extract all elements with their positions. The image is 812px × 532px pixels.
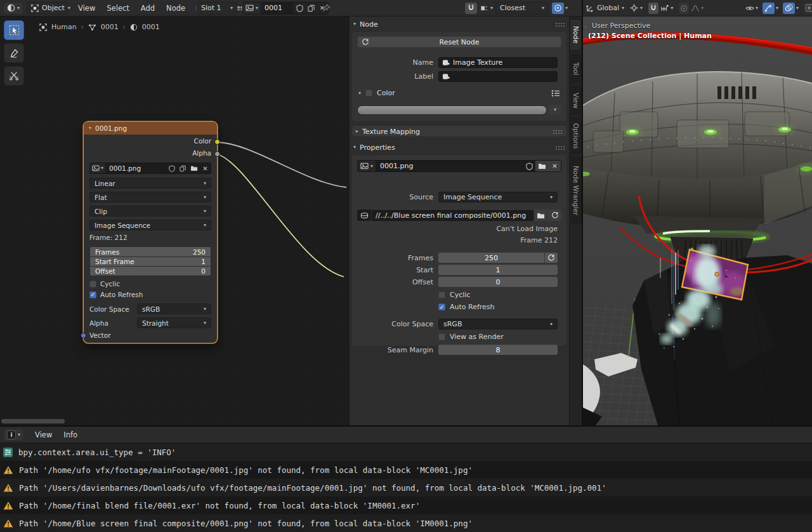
tab-node-wrangler[interactable]: Node Wrangler <box>570 157 582 223</box>
panel-grip-icon[interactable] <box>555 145 565 150</box>
extension-dropdown[interactable]: Clip▾ <box>89 206 211 216</box>
tab-view[interactable]: View <box>570 86 582 114</box>
open-image-button[interactable] <box>188 163 200 174</box>
auto-refresh-checkbox[interactable]: ✓ <box>438 303 445 310</box>
snap-with-button[interactable]: ▾ <box>479 2 494 15</box>
slot-dropdown[interactable]: Slot 1 ▾ <box>197 2 237 15</box>
color-checkbox[interactable] <box>365 90 372 96</box>
browse-file-button[interactable] <box>534 209 547 221</box>
offset-field[interactable]: 0 <box>438 277 558 287</box>
source-dropdown[interactable]: Image Sequence▾ <box>89 220 211 230</box>
fake-user-button[interactable] <box>294 3 305 14</box>
color-dropdown-button[interactable]: ▾ <box>549 105 561 115</box>
alpha-output-socket[interactable] <box>214 151 220 157</box>
open-image-button[interactable] <box>535 161 549 172</box>
menu-select[interactable]: Select <box>101 4 134 13</box>
falloff-curve-icon[interactable] <box>691 4 700 12</box>
fake-user-button[interactable] <box>523 161 535 172</box>
snap-toggle-button[interactable] <box>648 2 659 15</box>
menu-add[interactable]: Add <box>135 4 160 13</box>
filepath-icon-button[interactable] <box>357 209 371 221</box>
fake-user-button[interactable] <box>166 163 177 174</box>
offset-field[interactable]: Offset 0 <box>90 266 211 276</box>
match-movie-length-button[interactable] <box>545 253 558 263</box>
pin-icon[interactable] <box>322 4 331 12</box>
auto-refresh-checkbox[interactable]: ✓ <box>89 291 96 298</box>
log-row[interactable]: bpy.context.area.ui_type = 'INFO' <box>0 443 812 461</box>
image-name-field[interactable]: 0001 <box>261 4 294 12</box>
node-header[interactable]: ▾ 0001.png <box>84 122 217 135</box>
tab-tool[interactable]: Tool <box>570 55 582 83</box>
cyclic-checkbox[interactable] <box>89 281 96 288</box>
unlink-image-button[interactable]: ✕ <box>549 161 561 172</box>
texture-mode-dropdown[interactable]: Object ▾ <box>27 2 69 15</box>
log-row[interactable]: Path '/home/Blue screen final composite/… <box>0 514 812 532</box>
view-as-render-checkbox[interactable] <box>438 333 445 340</box>
color-space-dropdown[interactable]: sRGB ▾ <box>438 319 558 329</box>
orientation-dropdown[interactable]: Global ▾ <box>586 4 624 12</box>
menu-info[interactable]: Info <box>58 430 83 439</box>
panel-grip-icon[interactable] <box>553 130 563 134</box>
image-browse-button[interactable]: ▾ <box>358 161 376 171</box>
overlays-toggle-button[interactable] <box>783 3 795 14</box>
collapse-icon[interactable]: ▾ <box>89 126 91 131</box>
xray-toggle-button[interactable] <box>802 2 812 15</box>
proportional-edit-button[interactable] <box>552 3 564 14</box>
editor-type-button[interactable]: i ▾ <box>3 429 24 441</box>
node-editor-canvas[interactable]: Human › 0001 › 0001 ▾ 0001.png Color <box>0 17 582 425</box>
horizontal-scrollbar[interactable] <box>1 419 65 423</box>
properties-panel-header[interactable]: ▾ Properties <box>353 142 565 153</box>
cyclic-checkbox[interactable] <box>438 291 445 298</box>
output-color: Color <box>89 137 211 145</box>
image-browse-button[interactable]: ▾ <box>90 163 105 173</box>
menu-view[interactable]: View <box>72 4 101 13</box>
new-image-button[interactable] <box>305 3 317 14</box>
tab-node[interactable]: Node <box>570 19 582 51</box>
gizmos-toggle-button[interactable] <box>763 3 775 14</box>
seam-margin-field[interactable]: 8 <box>438 345 558 355</box>
log-row[interactable]: Path '/home/final blend file/0001.exr' n… <box>0 496 812 514</box>
filepath-field[interactable]: //../../Blue screen final composite/0001… <box>372 210 534 221</box>
panel-grip-icon[interactable] <box>555 22 565 27</box>
sidebar-image-name[interactable]: 0001.png <box>376 162 523 170</box>
proportional-edit-button[interactable] <box>678 2 690 15</box>
vector-input-socket[interactable] <box>81 333 86 338</box>
image-browse-button[interactable]: ▾ <box>243 3 261 14</box>
gizmo-visibility-dropdown[interactable]: ▾ <box>745 4 758 12</box>
texture-mapping-panel[interactable]: ▾ Texture Mapping <box>351 125 567 137</box>
reset-node-button[interactable]: Reset Node <box>357 36 561 48</box>
color-subpanel-header[interactable]: ▾ Color <box>358 89 560 97</box>
label-field[interactable] <box>438 71 558 82</box>
snap-target-dropdown[interactable]: Closest ▾ <box>495 2 549 15</box>
pivot-dropdown[interactable]: ▾ <box>630 4 643 12</box>
snap-toggle-button[interactable] <box>464 2 478 15</box>
start-field[interactable]: 1 <box>438 265 558 275</box>
editor-type-button[interactable]: ▾ <box>3 2 23 15</box>
image-texture-node[interactable]: ▾ 0001.png Color Alpha ▾ 0001.png <box>84 122 217 343</box>
snap-increment-icon[interactable] <box>660 4 669 12</box>
menu-view[interactable]: View <box>29 430 58 439</box>
source-dropdown[interactable]: Image Sequence ▾ <box>438 192 558 203</box>
color-output-socket[interactable] <box>214 139 220 145</box>
alpha-mode-dropdown[interactable]: Straight▾ <box>137 317 211 328</box>
color-swatch[interactable] <box>357 105 547 115</box>
reload-image-button[interactable] <box>548 209 561 221</box>
interpolation-dropdown[interactable]: Linear▾ <box>89 178 211 189</box>
menu-node[interactable]: Node <box>160 4 191 13</box>
node-panel-header[interactable]: ▾ Node <box>353 18 565 30</box>
presets-icon[interactable] <box>551 90 560 97</box>
log-row[interactable]: Path '/Users/davienbarnes/Downloads/ufo … <box>0 479 812 496</box>
node-image-name[interactable]: 0001.png <box>105 164 166 172</box>
frames-field[interactable]: Frames 250 <box>90 247 211 256</box>
frames-field[interactable]: 250 <box>438 253 544 263</box>
unlink-image-button[interactable]: ✕ <box>200 163 211 174</box>
3d-viewport-scene[interactable] <box>583 17 812 425</box>
projection-dropdown[interactable]: Flat▾ <box>89 192 211 203</box>
tab-options[interactable]: Options <box>570 118 582 154</box>
start-frame-field[interactable]: Start Frame 1 <box>90 256 211 266</box>
new-image-button[interactable] <box>177 163 188 174</box>
chevron-right-icon[interactable]: › <box>584 24 587 30</box>
name-field[interactable]: Image Texture <box>438 57 558 68</box>
log-row[interactable]: Path '/home/ufo vfx/footage/mainFootage/… <box>0 461 812 479</box>
color-space-dropdown[interactable]: sRGB▾ <box>137 303 211 314</box>
